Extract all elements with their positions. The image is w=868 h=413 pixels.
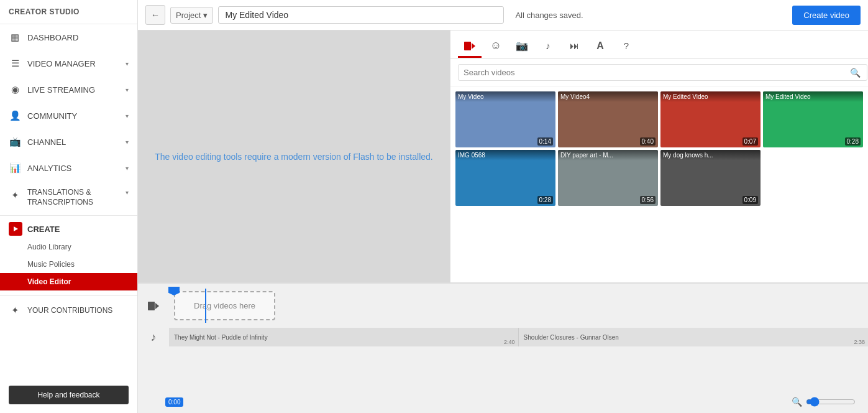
drag-drop-zone[interactable]: Drag videos here bbox=[174, 291, 275, 320]
flash-message: The video editing tools require a modern… bbox=[155, 152, 432, 162]
search-input[interactable] bbox=[458, 64, 867, 81]
help-feedback-button[interactable]: Help and feedback bbox=[9, 386, 129, 404]
video-track-icon bbox=[138, 302, 169, 310]
video-manager-icon: ☰ bbox=[9, 57, 21, 70]
tab-text[interactable]: A bbox=[588, 35, 612, 58]
thumb-duration: 0:28 bbox=[537, 196, 553, 204]
sidebar-item-live-streaming[interactable]: ◉ LIVE STREAMING ▾ bbox=[0, 77, 137, 103]
music-track-2-time: 2:38 bbox=[854, 339, 865, 345]
music-track-row: ♪ They Might Not - Puddle of Infinity 2:… bbox=[138, 328, 868, 346]
emoji-icon: ☺ bbox=[490, 39, 501, 52]
thumb-duration: 0:28 bbox=[845, 137, 861, 146]
chevron-down-icon: ▾ bbox=[126, 139, 129, 146]
video-thumb[interactable]: IMG 0568 0:28 bbox=[455, 150, 555, 206]
video-thumb[interactable]: My Video 0:14 bbox=[455, 91, 555, 147]
sidebar-item-analytics[interactable]: 📊 ANALYTICS ▾ bbox=[0, 155, 137, 181]
thumb-label: IMG 0568 bbox=[455, 150, 555, 160]
thumb-duration: 0:09 bbox=[742, 196, 758, 204]
sidebar-item-channel[interactable]: 📺 CHANNEL ▾ bbox=[0, 129, 137, 155]
music-segment-2: Shoulder Closures - Gunnar Olsen 2:38 bbox=[519, 328, 869, 346]
project-name-input[interactable] bbox=[218, 6, 504, 24]
preview-panel: The video editing tools require a modern… bbox=[138, 30, 450, 282]
create-section: CREATE bbox=[0, 217, 137, 238]
svg-marker-3 bbox=[155, 303, 159, 309]
music-track-icon: ♪ bbox=[138, 331, 169, 344]
back-icon: ← bbox=[151, 10, 160, 20]
chevron-down-icon: ▾ bbox=[126, 165, 129, 172]
tab-video[interactable] bbox=[458, 35, 482, 58]
tab-skip[interactable]: ⏭ bbox=[562, 35, 586, 58]
music-track-content: They Might Not - Puddle of Infinity 2:40… bbox=[169, 328, 868, 346]
tool-tabs: ☺ 📷 ♪ ⏭ A ? bbox=[450, 30, 868, 59]
zoom-slider[interactable] bbox=[806, 397, 856, 407]
video-grid: My Video 0:14 My Video4 0:40 My Edited V… bbox=[450, 86, 868, 282]
analytics-icon: 📊 bbox=[9, 162, 21, 174]
zoom-search-icon: 🔍 bbox=[792, 397, 802, 407]
thumb-duration: 0:14 bbox=[537, 137, 553, 146]
sidebar-item-label: DASHBOARD bbox=[27, 33, 129, 42]
create-video-button[interactable]: Create video bbox=[792, 6, 861, 25]
sidebar-item-translations[interactable]: ✦ TRANSLATIONS & TRANSCRIPTIONS ▾ bbox=[0, 181, 137, 214]
thumb-label: My Edited Video bbox=[763, 91, 863, 102]
chevron-down-icon: ▾ bbox=[126, 113, 129, 119]
search-bar: 🔍 bbox=[450, 59, 868, 86]
video-thumb[interactable]: DIY paper art - M... 0:56 bbox=[558, 150, 658, 206]
live-streaming-icon: ◉ bbox=[9, 83, 21, 96]
sidebar-item-community[interactable]: 👤 COMMUNITY ▾ bbox=[0, 103, 137, 129]
svg-rect-2 bbox=[148, 302, 155, 310]
community-icon: 👤 bbox=[9, 109, 21, 122]
sidebar-item-your-contributions[interactable]: ✦ YOUR CONTRIBUTIONS bbox=[0, 297, 137, 323]
tab-emoji[interactable]: ☺ bbox=[484, 35, 508, 58]
contributions-icon: ✦ bbox=[9, 304, 21, 317]
sidebar-item-music-policies[interactable]: Music Policies bbox=[0, 256, 137, 273]
sidebar-item-audio-library[interactable]: Audio Library bbox=[0, 238, 137, 256]
create-label: CREATE bbox=[27, 225, 60, 234]
sidebar-item-label: CHANNEL bbox=[27, 137, 126, 147]
video-thumb[interactable]: My Edited Video 0:28 bbox=[763, 91, 863, 147]
text-icon: A bbox=[596, 40, 604, 52]
saved-status: All changes saved. bbox=[509, 11, 787, 20]
video-thumb[interactable]: My dog knows h... 0:09 bbox=[660, 150, 761, 206]
dashboard-icon: ▦ bbox=[9, 31, 21, 44]
drag-drop-label: Drag videos here bbox=[194, 301, 255, 310]
music-segment-1: They Might Not - Puddle of Infinity 2:40 bbox=[169, 328, 519, 346]
sidebar-item-video-manager[interactable]: ☰ VIDEO MANAGER ▾ bbox=[0, 50, 137, 77]
timeline-zoom-controls: 🔍 bbox=[784, 393, 863, 411]
sidebar-item-label: COMMUNITY bbox=[27, 111, 126, 121]
timeline-area: Drag videos here ♪ They Might Not - Pudd… bbox=[138, 282, 868, 413]
music-track-1-time: 2:40 bbox=[504, 339, 515, 345]
channel-icon: 📺 bbox=[9, 136, 21, 148]
chevron-down-icon: ▾ bbox=[126, 189, 129, 196]
music-track-1-label: They Might Not - Puddle of Infinity bbox=[174, 334, 268, 341]
sidebar-item-video-editor[interactable]: Video Editor bbox=[0, 273, 137, 290]
sidebar-item-label: ANALYTICS bbox=[27, 164, 126, 173]
tab-music[interactable]: ♪ bbox=[536, 35, 560, 58]
video-thumb[interactable]: My Video4 0:40 bbox=[558, 91, 658, 147]
tab-help[interactable]: ? bbox=[614, 35, 638, 58]
search-icon: 🔍 bbox=[850, 68, 861, 78]
thumb-label: My Video4 bbox=[558, 91, 658, 102]
translations-icon: ✦ bbox=[9, 189, 21, 202]
music-icon: ♪ bbox=[546, 40, 550, 51]
thumb-label: DIY paper art - M... bbox=[558, 150, 658, 160]
project-dropdown[interactable]: Project ▾ bbox=[170, 7, 213, 24]
sidebar-item-dashboard[interactable]: ▦ DASHBOARD bbox=[0, 24, 137, 50]
playhead-line bbox=[205, 289, 206, 323]
playhead-time: 0:00 bbox=[165, 397, 183, 407]
sidebar-item-label: VIDEO MANAGER bbox=[27, 59, 126, 68]
skip-icon: ⏭ bbox=[570, 40, 579, 51]
tab-photo[interactable]: 📷 bbox=[510, 35, 534, 58]
video-thumb[interactable]: My Edited Video 0:07 bbox=[660, 91, 761, 147]
sidebar-item-label: YOUR CONTRIBUTIONS bbox=[27, 306, 129, 315]
back-button[interactable]: ← bbox=[145, 5, 165, 25]
project-label: Project bbox=[176, 11, 201, 20]
thumb-label: My Video bbox=[455, 91, 555, 102]
sidebar-item-label: LIVE STREAMING bbox=[27, 85, 126, 95]
svg-marker-1 bbox=[472, 43, 475, 49]
music-track-2-label: Shoulder Closures - Gunnar Olsen bbox=[524, 334, 619, 341]
brand-label: CREATOR STUDIO bbox=[0, 0, 137, 24]
thumb-label: My Edited Video bbox=[660, 91, 761, 102]
svg-rect-0 bbox=[464, 42, 471, 50]
help-icon: ? bbox=[624, 40, 629, 51]
thumb-duration: 0:56 bbox=[640, 196, 656, 204]
